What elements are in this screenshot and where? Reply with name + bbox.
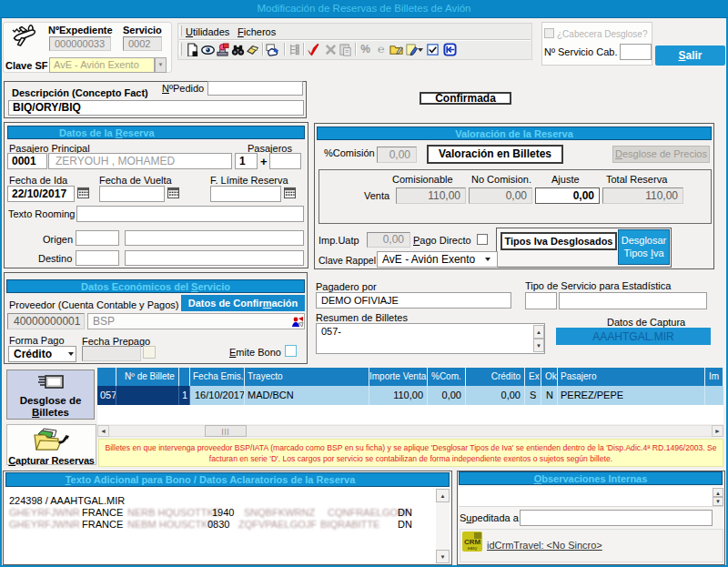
svg-text:easy: easy <box>468 545 478 551</box>
